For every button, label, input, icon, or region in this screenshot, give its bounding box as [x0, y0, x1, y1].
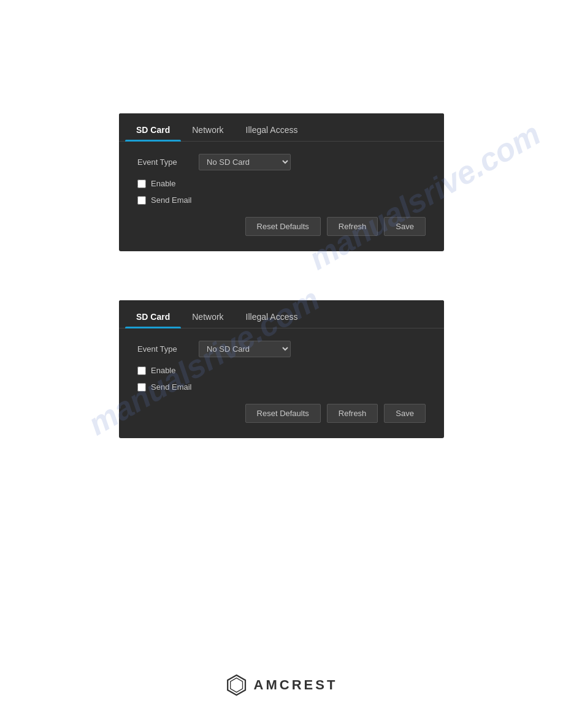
- event-type-label-2: Event Type: [137, 344, 199, 354]
- send-email-label-1: Send Email: [151, 195, 191, 205]
- tab-network-2[interactable]: Network: [181, 306, 234, 328]
- panel-body-2: Event Type No SD Card SD Card Error Capa…: [119, 328, 444, 438]
- footer-logo: AMCREST: [226, 674, 338, 696]
- panel-body-1: Event Type No SD Card SD Card Error Capa…: [119, 142, 444, 251]
- enable-label-2: Enable: [151, 366, 175, 375]
- save-button-1[interactable]: Save: [384, 217, 426, 236]
- event-type-row-1: Event Type No SD Card SD Card Error Capa…: [137, 154, 426, 170]
- panel-2: SD Card Network Illegal Access Event Typ…: [119, 300, 444, 438]
- panel-1: SD Card Network Illegal Access Event Typ…: [119, 113, 444, 251]
- button-row-1: Reset Defaults Refresh Save: [137, 217, 426, 236]
- brand-name: AMCREST: [254, 677, 338, 693]
- save-button-2[interactable]: Save: [384, 404, 426, 423]
- event-type-label-1: Event Type: [137, 157, 199, 167]
- tab-sd-card-1[interactable]: SD Card: [125, 119, 181, 141]
- send-email-row-2: Send Email: [137, 382, 426, 392]
- enable-label-1: Enable: [151, 179, 175, 188]
- button-row-2: Reset Defaults Refresh Save: [137, 404, 426, 423]
- amcrest-hex-icon: [226, 674, 248, 696]
- refresh-button-2[interactable]: Refresh: [327, 404, 378, 423]
- enable-checkbox-2[interactable]: [137, 366, 146, 375]
- event-type-select-2[interactable]: No SD Card SD Card Error Capacity Warnin…: [199, 341, 291, 357]
- refresh-button-1[interactable]: Refresh: [327, 217, 378, 236]
- enable-row-1: Enable: [137, 179, 426, 188]
- event-type-row-2: Event Type No SD Card SD Card Error Capa…: [137, 341, 426, 357]
- tab-sd-card-2[interactable]: SD Card: [125, 306, 181, 328]
- enable-row-2: Enable: [137, 366, 426, 375]
- send-email-checkbox-1[interactable]: [137, 196, 146, 205]
- reset-defaults-button-1[interactable]: Reset Defaults: [245, 217, 321, 236]
- tab-bar-2: SD Card Network Illegal Access: [119, 300, 444, 328]
- send-email-label-2: Send Email: [151, 382, 191, 392]
- send-email-checkbox-2[interactable]: [137, 383, 146, 392]
- send-email-row-1: Send Email: [137, 195, 426, 205]
- event-type-select-1[interactable]: No SD Card SD Card Error Capacity Warnin…: [199, 154, 291, 170]
- reset-defaults-button-2[interactable]: Reset Defaults: [245, 404, 321, 423]
- tab-network-1[interactable]: Network: [181, 119, 234, 141]
- tab-illegal-access-1[interactable]: Illegal Access: [235, 119, 309, 141]
- tab-illegal-access-2[interactable]: Illegal Access: [235, 306, 309, 328]
- tab-bar-1: SD Card Network Illegal Access: [119, 113, 444, 142]
- svg-marker-1: [231, 678, 243, 692]
- enable-checkbox-1[interactable]: [137, 180, 146, 188]
